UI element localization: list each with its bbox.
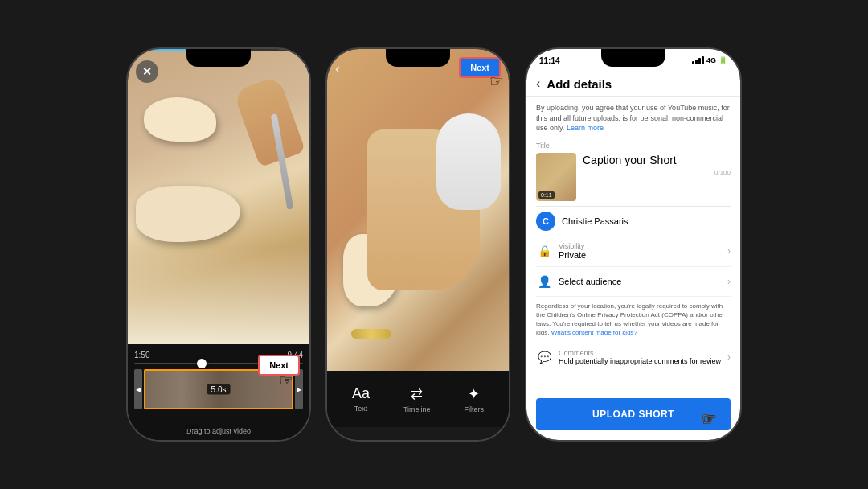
tool-filters[interactable]: ✦ Filters <box>465 385 485 413</box>
channel-avatar: C <box>536 212 555 231</box>
visibility-value: Private <box>559 250 586 260</box>
comments-label: Comments <box>559 349 721 357</box>
visibility-icon: 🔒 <box>536 243 552 259</box>
thumb-duration: 0:11 <box>538 191 555 199</box>
char-count: 0/100 <box>583 169 731 176</box>
scrubber-dot[interactable] <box>197 359 207 368</box>
video-preview <box>128 49 309 344</box>
back-button-phone3[interactable]: ‹ <box>536 76 540 91</box>
next-cursor-phone2: ☞ <box>489 72 504 91</box>
comments-chevron: › <box>727 351 731 363</box>
signal-bars <box>692 56 704 64</box>
cursor-hand-phone2: ☞ <box>489 72 504 90</box>
comments-icon: 💬 <box>536 349 552 365</box>
signal-bar-4 <box>702 56 704 64</box>
visibility-content: Visibility Private <box>559 242 586 260</box>
video-thumbnail: 0:11 <box>536 153 576 201</box>
close-button[interactable]: ✕ <box>136 60 158 83</box>
text-icon: Aa <box>352 385 370 402</box>
dough-shape-bottom <box>136 186 240 242</box>
gloved-hand <box>436 113 501 210</box>
channel-name: Christie Passaris <box>562 216 628 226</box>
video-preview-phone2 <box>327 49 509 371</box>
upload-short-button[interactable]: UPLOAD SHORT ☞ <box>536 398 731 430</box>
phone3-screen: 11:14 4G 🔋 ‹ Add details By uploading, y… <box>526 49 740 440</box>
audience-content: Select audience <box>559 277 621 286</box>
divider-1 <box>536 206 731 207</box>
cursor-hand-strip: ☞ <box>185 420 199 438</box>
notch-1 <box>186 49 251 67</box>
time-start: 1:50 <box>134 351 149 360</box>
cursor-hand-next: ☞ <box>279 372 293 389</box>
coppa-notice: Regardless of your location, you're lega… <box>536 302 731 338</box>
channel-row: C Christie Passaris <box>536 212 731 231</box>
title-input-area: Caption your Short 0/100 <box>583 153 731 176</box>
battery-icon: 🔋 <box>719 56 727 64</box>
yt-music-notice: By uploading, you agree that your use of… <box>536 103 731 134</box>
next-cursor: ☞ <box>279 371 293 390</box>
signal-bar-3 <box>698 58 701 64</box>
status-time: 11:14 <box>539 56 560 65</box>
hand-shape <box>233 76 306 167</box>
flour-bg <box>128 248 309 344</box>
audience-chevron: › <box>727 276 731 287</box>
audience-icon: 👤 <box>536 273 552 290</box>
comments-row[interactable]: 💬 Comments Hold potentially inappropriat… <box>536 343 731 372</box>
comments-left: 💬 Comments Hold potentially inappropriat… <box>536 349 721 365</box>
comments-value: Hold potentially inappropriate comments … <box>559 357 721 365</box>
strip-handle-left[interactable]: ◀ <box>134 369 142 409</box>
visibility-chevron: › <box>727 245 731 257</box>
title-input[interactable]: Caption your Short <box>583 153 731 167</box>
signal-bar-2 <box>695 60 698 64</box>
dough-shape-top <box>144 97 216 142</box>
visibility-label: Visibility <box>559 242 586 250</box>
network-indicator: 4G <box>706 56 716 64</box>
title-field-label: Title <box>536 142 731 150</box>
timeline-label: Timeline <box>403 405 431 413</box>
notch-3 <box>601 49 665 67</box>
comments-content: Comments Hold potentially inappropriate … <box>559 349 721 365</box>
page-title: Add details <box>547 77 612 91</box>
page-content: By uploading, you agree that your use of… <box>526 97 740 392</box>
phone2-screen: ‹ Next ☞ Aa Text ⇄ Timeline ✦ Filters <box>327 49 509 440</box>
timeline-icon: ⇄ <box>411 385 423 403</box>
audience-value: Select audience <box>559 277 621 286</box>
text-label: Text <box>354 405 368 413</box>
bracelet <box>351 329 391 339</box>
drag-text: Drag to adjust video <box>134 427 303 435</box>
content-for-kids-link[interactable]: What's content made for kids? <box>551 329 637 336</box>
close-icon: ✕ <box>142 65 152 78</box>
audience-left: 👤 Select audience <box>536 273 621 290</box>
learn-more-link[interactable]: Learn more <box>567 124 604 132</box>
notch-2 <box>386 49 450 67</box>
phone-1: ✕ 1:50 9:44 ◀ 5.0s ▶ <box>126 47 311 442</box>
title-row: 0:11 Caption your Short 0/100 <box>536 153 731 201</box>
upload-label: UPLOAD SHORT <box>592 409 674 420</box>
visibility-left: 🔒 Visibility Private <box>536 242 586 260</box>
phone1-screen: ✕ 1:50 9:44 ◀ 5.0s ▶ <box>128 49 309 440</box>
visibility-row[interactable]: 🔒 Visibility Private › <box>536 236 731 267</box>
signal-bar-1 <box>692 61 694 64</box>
audience-row[interactable]: 👤 Select audience › <box>536 267 731 297</box>
tool-text[interactable]: Aa Text <box>352 385 370 413</box>
back-button-phone2[interactable]: ‹ <box>335 60 340 77</box>
filters-label: Filters <box>465 405 485 413</box>
status-indicators: 4G 🔋 <box>692 56 727 64</box>
phone-3: 11:14 4G 🔋 ‹ Add details By uploading, y… <box>525 47 742 442</box>
page-header: ‹ Add details <box>526 72 740 97</box>
phone-2: ‹ Next ☞ Aa Text ⇄ Timeline ✦ Filters <box>326 47 510 442</box>
tool-timeline[interactable]: ⇄ Timeline <box>403 385 431 413</box>
strip-duration: 5.0s <box>207 384 231 395</box>
edit-toolbar: Aa Text ⇄ Timeline ✦ Filters <box>327 371 509 427</box>
upload-cursor: ☞ <box>702 409 717 429</box>
filters-icon: ✦ <box>468 385 480 403</box>
strip-thumb: ☞ <box>185 419 199 438</box>
